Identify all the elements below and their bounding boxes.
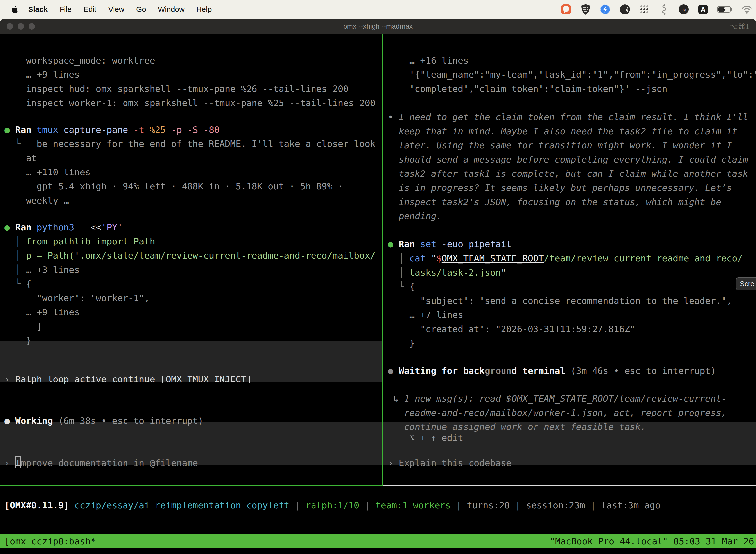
terminal-line: inspect_worker-1: omx sparkshell --tmux-…: [4, 96, 382, 110]
menu-item-app[interactable]: Slack: [28, 5, 48, 14]
terminal-line: ● Waiting for background terminal (3m 46…: [388, 364, 756, 378]
keyboard-layout-label: A: [701, 6, 706, 13]
pane-border-bottom-left: [0, 486, 382, 486]
tmux-session-label: [omx-cczip0:bash*: [4, 536, 96, 546]
crescent-circle-icon[interactable]: [619, 4, 630, 15]
terminal-line: › Improve documentation in @filename: [4, 456, 382, 470]
terminal-line: │ tasks/task-2.json": [388, 265, 756, 279]
terminal-line: inspect_hud: omx sparkshell --tmux-pane …: [4, 82, 382, 96]
terminal-line: … +110 lines: [4, 165, 382, 179]
terminal-line: ● Ran tmux capture-pane -t %25 -p -S -80: [4, 123, 382, 137]
menu-item-file[interactable]: File: [60, 5, 71, 14]
window-title-bar[interactable]: omx --xhigh --madmax ⌥⌘1: [0, 19, 756, 34]
terminal-line: … +9 lines: [4, 305, 382, 319]
tmux-host-clock-label: "MacBook-Pro-44.local" 05:03 31-Mar-26: [550, 536, 754, 546]
terminal-line: ]: [4, 319, 382, 333]
terminal-content: workspace_mode: worktree … +9 lines insp…: [0, 34, 756, 554]
terminal-line: ● Ran set -euo pipefail: [388, 237, 756, 251]
terminal-line: • I need to get the claim token from the…: [388, 110, 756, 124]
badge-61-icon[interactable]: ..61: [678, 4, 689, 15]
menu-item-view[interactable]: View: [108, 5, 124, 14]
terminal-line: is in progress? It seems likely but perh…: [388, 181, 756, 195]
menu-item-go[interactable]: Go: [136, 5, 146, 14]
terminal-line: }: [388, 336, 756, 350]
apple-menu-icon[interactable]: [11, 4, 20, 14]
menu-bar-status-icons: ..61 A: [560, 0, 753, 19]
terminal-line: └ {: [388, 279, 756, 294]
terminal-line: task2 after task1 is complete, but can I…: [388, 167, 756, 181]
menu-item-window[interactable]: Window: [158, 5, 185, 14]
keyboard-layout-icon[interactable]: A: [697, 4, 709, 15]
wifi-icon[interactable]: [741, 4, 753, 15]
dots-grid-icon[interactable]: [639, 4, 650, 15]
menu-bar: Slack File Edit View Go Window Help: [0, 0, 756, 19]
badge-61-label: ..61: [680, 8, 687, 12]
terminal-line: '{"team_name":"my-team","task_id":"1","f…: [388, 67, 756, 82]
terminal-line: readme-and-reco/mailbox/worker-1.json, a…: [388, 405, 756, 420]
terminal-line: gpt-5.4 xhigh · 94% left · 488K in · 5.1…: [4, 179, 382, 193]
terminal-line: weekly …: [4, 193, 382, 208]
terminal-line: later. Using the same for transition mig…: [388, 138, 756, 152]
terminal-line: │ … +3 lines: [4, 263, 382, 277]
screen-notification: Scre: [736, 277, 756, 290]
terminal-line: keep that in mind. Maybe I also need the…: [388, 124, 756, 138]
terminal-line: pending.: [388, 209, 756, 223]
terminal-line: "worker": "worker-1",: [4, 291, 382, 305]
terminal-line: … +16 lines: [388, 53, 756, 67]
terminal-line: … +7 lines: [388, 308, 756, 322]
pane-divider[interactable]: [382, 34, 383, 486]
terminal-line: › Explain this codebase: [388, 456, 756, 470]
chat-app-icon[interactable]: [560, 4, 572, 15]
terminal-line: › Ralph loop active continue [OMX_TMUX_I…: [4, 372, 382, 386]
terminal-line: … +9 lines: [4, 67, 382, 82]
terminal-line: at: [4, 151, 382, 165]
terminal-pane-left[interactable]: workspace_mode: worktree … +9 lines insp…: [0, 34, 382, 486]
terminal-line: ● Ran python3 - <<'PY': [4, 220, 382, 234]
hud-status-line: [OMX#0.11.9] cczip/essay/ai-reimplementa…: [4, 498, 660, 512]
terminal-line: │ cat "$OMX_TEAM_STATE_ROOT/team/review-…: [388, 251, 756, 265]
pane-border-bottom-right: [383, 486, 756, 486]
terminal-line: ⌥ + ↑ edit: [388, 431, 756, 445]
screen-notification-label: Scre: [740, 280, 754, 288]
terminal-line: └ {: [4, 277, 382, 291]
screen: Slack File Edit View Go Window Help: [0, 0, 756, 554]
terminal-line: should send a message before completing …: [388, 152, 756, 167]
shield-grid-icon[interactable]: [580, 4, 591, 15]
terminal-line: }: [4, 333, 382, 347]
terminal-line: ↳ 1 new msg(s): read $OMX_TEAM_STATE_ROO…: [388, 391, 756, 405]
window-shortcut-hint: ⌥⌘1: [730, 19, 750, 34]
terminal-line: "created_at": "2026-03-31T11:59:27.816Z": [388, 322, 756, 336]
bolt-circle-icon[interactable]: [600, 4, 611, 15]
terminal-line: "subject": "send a concise recommendatio…: [388, 294, 756, 308]
menu-item-help[interactable]: Help: [196, 5, 212, 14]
terminal-line: │ p = Path('.omx/state/team/review-curre…: [4, 248, 382, 263]
terminal-line: │ from pathlib import Path: [4, 234, 382, 248]
terminal-line: workspace_mode: worktree: [4, 53, 382, 67]
terminal-pane-right[interactable]: … +16 lines '{"team_name":"my-team","tas…: [383, 34, 756, 486]
window-title: omx --xhigh --madmax: [0, 19, 756, 34]
terminal-line: "completed","claim_token":"claim-token"}…: [388, 82, 756, 96]
battery-icon[interactable]: [717, 4, 733, 15]
tmux-status-bar: [omx-cczip0:bash* "MacBook-Pro-44.local"…: [0, 534, 756, 548]
terminal-line: ● Working (6m 38s • esc to interrupt): [4, 414, 382, 428]
menu-item-edit[interactable]: Edit: [83, 5, 97, 14]
terminal-line: inspect task2's JSON, focusing on the st…: [388, 195, 756, 209]
terminal-line: └ be necessary for the end of the README…: [4, 137, 382, 151]
squiggle-icon[interactable]: [658, 4, 670, 15]
terminal-window: omx --xhigh --madmax ⌥⌘1 workspace_mode:…: [0, 19, 756, 554]
